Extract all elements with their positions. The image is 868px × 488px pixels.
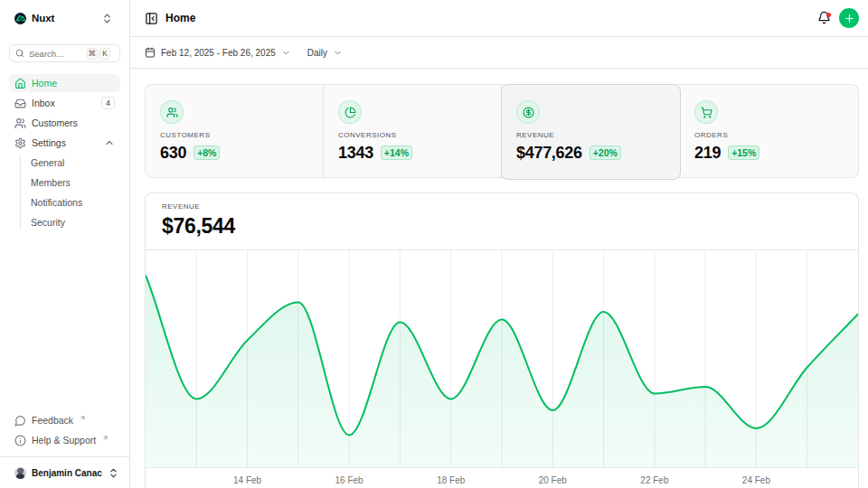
svg-text:24 Feb: 24 Feb — [742, 475, 771, 485]
svg-text:20 Feb: 20 Feb — [539, 475, 568, 485]
svg-text:22 Feb: 22 Feb — [640, 475, 669, 485]
svg-text:14 Feb: 14 Feb — [233, 475, 262, 485]
svg-text:18 Feb: 18 Feb — [437, 475, 466, 485]
svg-text:16 Feb: 16 Feb — [335, 475, 364, 485]
